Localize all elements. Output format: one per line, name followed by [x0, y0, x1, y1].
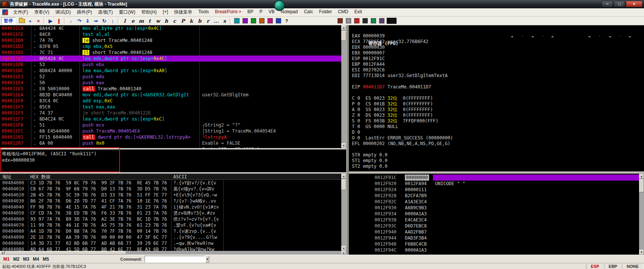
register-line[interactable] [349, 79, 644, 84]
dump-row[interactable]: 0040407011 99 7B 76 46 1E 7B 76 A5 75 7B… [0, 222, 341, 228]
dump-row[interactable]: 004040902E 1E 7B 76 AA 39 7B 76 00 00 00… [0, 234, 341, 240]
disasm-row[interactable]: 004011E5.E8 56010000call TraceMe.0040134… [0, 86, 341, 92]
plugin-icon-1[interactable] [233, 17, 241, 25]
dump-row[interactable]: 00404050CF CD 7A 76 38 ED 7B 76 F6 33 7B… [0, 210, 341, 216]
dump-tab-m2[interactable]: M2 [11, 257, 21, 262]
disasm-row[interactable]: 004011CE.84C0test al,al [0, 31, 341, 37]
register-line[interactable]: D 0 [349, 130, 644, 135]
minimize-button[interactable]: − [602, 1, 613, 7]
menu-item-debug[interactable]: 调试(D) [52, 8, 74, 17]
scroll-thumb[interactable] [5, 251, 126, 255]
animate-into-icon[interactable]: ⇓ [84, 17, 92, 25]
dump-row[interactable]: 004040202B 45 7B 76 5C 39 7B 76 D3 33 7B… [0, 192, 341, 198]
dump-tab-m5[interactable]: M5 [41, 257, 51, 262]
open-file-icon[interactable] [18, 17, 26, 25]
window-menu-icon[interactable] [2, 9, 8, 15]
handles-button[interactable]: h [162, 17, 170, 25]
menu-item-plus[interactable]: [+] [160, 8, 171, 17]
help-icon[interactable]: ? [283, 17, 291, 25]
plugin-icon-12[interactable] [378, 17, 386, 25]
menu-item-window[interactable]: 窗口(W) [116, 8, 138, 17]
plugin-icon-9[interactable] [353, 17, 361, 25]
register-line[interactable]: A 0 SS 0023 32位 0(FFFFFFFF) [349, 107, 644, 113]
run-icon[interactable]: ▶ [47, 17, 54, 25]
menu-item-plugins[interactable]: 插件(P) [74, 8, 95, 17]
stack-row[interactable]: 0012F92400000111 [349, 187, 639, 193]
menu-item-tools[interactable]: Tools [195, 8, 212, 17]
scroll-thumb[interactable] [639, 179, 644, 192]
menu-item-help[interactable]: 帮助(H) [138, 8, 160, 17]
menu-item-folder[interactable]: Folder [316, 8, 335, 17]
plugin-icon-5[interactable] [266, 17, 274, 25]
stack-row[interactable]: 0012F92CA1A3E3C4 [349, 199, 639, 205]
register-line[interactable]: C 0 ES 0023 32位 0(FFFFFFFF) [349, 96, 644, 101]
animate-over-icon[interactable]: ⇒ [92, 17, 100, 25]
stack-row[interactable]: 0012F93CD6D7EBC8 [349, 223, 639, 229]
register-line[interactable]: ST0 empty 0.0 [349, 152, 644, 158]
scroll-up-icon[interactable]: ▲ [341, 174, 346, 179]
close-button[interactable]: × [626, 1, 642, 7]
plugin-icon-10[interactable] [361, 17, 369, 25]
disasm-row[interactable]: 004011F0.83C4 0Cadd esp,0xC [0, 98, 341, 104]
menu-item-calc[interactable]: Calc [301, 8, 316, 17]
dump-header-hex[interactable]: HEX 数据 [30, 174, 50, 180]
scroll-up-icon[interactable]: ▲ [639, 174, 644, 179]
plugin-icon-7[interactable] [336, 17, 344, 25]
stack-scrollbar[interactable]: ▲ ▼ [639, 174, 644, 255]
register-line[interactable]: T 0 GS 0000 NULL [349, 124, 644, 130]
scroll-right-icon[interactable]: ► [342, 251, 346, 255]
register-line[interactable] [349, 90, 644, 96]
dump-header-ascii[interactable]: ASCII [173, 174, 187, 180]
command-input[interactable] [145, 256, 205, 263]
stack-row[interactable]: 0012F944DAD3F3B4 [349, 235, 639, 241]
disasm-row[interactable]: 004011D5.7C 71jl short TraceMe.00401248 [0, 49, 341, 56]
register-line[interactable]: P 0 CS 001B 32位 0(FFFFFFFF) [349, 101, 644, 107]
register-line[interactable]: O 0 LastErr ERROR_SUCCESS (00000000) [349, 135, 644, 141]
patches-button[interactable]: P [179, 17, 187, 25]
plugin-icon-11[interactable] [369, 17, 377, 25]
disasm-row[interactable]: 004011F7.8D4C24 0Clea ecx,dword ptr ss:[… [0, 116, 341, 122]
disasm-row[interactable]: 004011F3.85C0test eax,eax [0, 104, 341, 110]
scroll-thumb[interactable] [341, 31, 346, 41]
menu-item-quick-menu[interactable]: 快捷菜单 [171, 8, 195, 17]
close-process-icon[interactable]: × [34, 17, 42, 25]
plugin-icon-8[interactable] [344, 17, 352, 25]
dump-tab-m4[interactable]: M4 [31, 257, 41, 262]
hex-dump-pane[interactable]: 地址 HEX 数据 ASCII 00404000C3 1D 7B 76 59 8… [0, 174, 341, 251]
pane-divider-vertical[interactable] [346, 25, 349, 255]
scroll-up-icon[interactable]: ▲ [341, 25, 346, 30]
stack-row[interactable]: 0012F91C00000000 [349, 175, 639, 181]
windows-button[interactable]: w [154, 17, 162, 25]
disasm-row[interactable]: 004011D0.74 76je short TraceMe.00401248 [0, 37, 341, 43]
call-stack-button[interactable]: k [187, 17, 195, 25]
stack-row[interactable]: 0012F948F6B8C4CB [349, 241, 639, 247]
restart-icon[interactable]: « [26, 17, 34, 25]
register-line[interactable]: EBP 0012FA44 [349, 62, 644, 67]
references-button[interactable]: r [204, 17, 212, 25]
breakpoints-button[interactable]: b [196, 17, 204, 25]
disasm-row[interactable]: 004011EA.8B3D BC40400mov edi,dword ptr d… [0, 92, 341, 98]
disasm-row[interactable]: 004011FC.68 E4544000push TraceMe.004054E… [0, 128, 341, 134]
command-dropdown-icon[interactable]: ▼ [205, 256, 209, 263]
scroll-down-icon[interactable]: ▼ [639, 250, 644, 255]
execute-till-return-icon[interactable]: ↻ [100, 17, 108, 25]
dump-scrollbar[interactable]: ▲ ▼ [341, 174, 346, 251]
disasm-row[interactable]: 004011E4.50push eax [0, 80, 341, 86]
dump-row[interactable]: 0040406093 97 7A 76 B9 3D 7A 76 A2 3E 7B… [0, 216, 341, 222]
log-window-button[interactable]: l [121, 17, 129, 25]
pause-icon[interactable]: ∥ [55, 17, 63, 25]
disasm-scrollbar[interactable]: ▲ ▼ [341, 25, 346, 148]
menu-item-bp[interactable]: BP [244, 8, 257, 17]
dump-hscrollbar[interactable]: ◄ ► [0, 251, 346, 255]
source-button[interactable]: s [221, 17, 229, 25]
disasm-row[interactable]: 00401201.FF15 6040400call dword ptr ds:[… [0, 134, 341, 140]
dump-row[interactable]: 00404080A4 1D 7B 76 D0 BB 7A 76 70 7F 7B… [0, 228, 341, 234]
dump-row[interactable]: 004040A014 3D 71 77 02 8D 6B 77 AD AB 6B… [0, 240, 341, 246]
stack-row[interactable]: 0012F9340000A1A3 [349, 211, 639, 217]
run-trace-button[interactable]: ... [212, 17, 220, 25]
scroll-left-icon[interactable]: ◄ [0, 251, 5, 255]
stack-row[interactable]: 0012F940AAD2FBB7 [349, 229, 639, 235]
menu-item-exit[interactable]: Exit [352, 8, 365, 17]
register-line[interactable]: EFL 00000202 (NO,NB,NE,A,NS,PO,GE,G) [349, 141, 644, 147]
register-line[interactable]: EDI 77713D14 user32.GetDlgItemTextA [349, 73, 644, 79]
